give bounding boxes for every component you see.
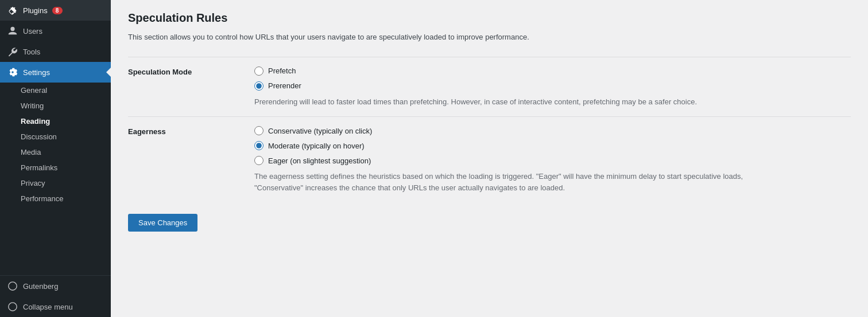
- sidebar-item-general[interactable]: General: [0, 83, 111, 98]
- sidebar-item-writing[interactable]: Writing: [0, 98, 111, 114]
- eagerness-label: Eagerness: [128, 126, 254, 193]
- speculation-mode-row: Speculation Mode Prefetch Prerender Prer…: [128, 57, 851, 117]
- main-content: Speculation Rules This section allows yo…: [111, 0, 868, 317]
- plugins-icon: [7, 5, 18, 16]
- svg-point-0: [9, 282, 17, 290]
- conservative-radio[interactable]: [254, 126, 264, 135]
- gutenberg-icon: [7, 280, 18, 292]
- collapse-icon: [7, 301, 18, 312]
- sidebar-bottom: Gutenberg Collapse menu: [0, 275, 111, 317]
- sidebar-item-privacy[interactable]: Privacy: [0, 175, 111, 191]
- eagerness-hint: The eagerness setting defines the heuris…: [254, 171, 771, 193]
- save-changes-button[interactable]: Save Changes: [128, 214, 197, 232]
- sidebar-item-settings[interactable]: Settings: [0, 62, 111, 83]
- sidebar-item-performance[interactable]: Performance: [0, 191, 111, 206]
- users-label: Users: [23, 27, 42, 36]
- sidebar-item-users[interactable]: Users: [0, 21, 111, 41]
- eager-label: Eager (on slightest suggestion): [268, 156, 371, 165]
- sidebar-item-media[interactable]: Media: [0, 144, 111, 160]
- conservative-option[interactable]: Conservative (typically on click): [254, 126, 851, 135]
- eager-radio[interactable]: [254, 156, 264, 165]
- sidebar-item-permalinks[interactable]: Permalinks: [0, 160, 111, 175]
- section-description: This section allows you to control how U…: [128, 32, 851, 43]
- sidebar-item-discussion[interactable]: Discussion: [0, 129, 111, 144]
- settings-submenu: General Writing Reading Discussion Media…: [0, 83, 111, 206]
- speculation-mode-label: Speculation Mode: [128, 66, 254, 108]
- settings-indicator: [106, 68, 111, 77]
- svg-point-1: [9, 303, 17, 311]
- eagerness-controls: Conservative (typically on click) Modera…: [254, 126, 851, 193]
- settings-icon: [7, 66, 18, 78]
- sidebar-item-reading[interactable]: Reading: [0, 114, 111, 129]
- plugins-label: Plugins: [23, 6, 48, 15]
- prerender-radio[interactable]: [254, 81, 264, 91]
- sidebar: Plugins 8 Users Tools Settings General W…: [0, 0, 111, 317]
- eager-option[interactable]: Eager (on slightest suggestion): [254, 156, 851, 165]
- sidebar-item-collapse[interactable]: Collapse menu: [0, 296, 111, 317]
- gutenberg-label: Gutenberg: [23, 282, 58, 291]
- sidebar-item-plugins[interactable]: Plugins 8: [0, 0, 111, 21]
- prerender-option[interactable]: Prerender: [254, 81, 851, 91]
- prefetch-label: Prefetch: [268, 66, 296, 75]
- moderate-option[interactable]: Moderate (typically on hover): [254, 141, 851, 150]
- tools-label: Tools: [23, 48, 40, 56]
- collapse-label: Collapse menu: [23, 303, 73, 311]
- settings-label: Settings: [23, 68, 50, 77]
- page-title: Speculation Rules: [128, 11, 851, 25]
- plugins-badge: 8: [52, 7, 63, 14]
- eagerness-row: Eagerness Conservative (typically on cli…: [128, 116, 851, 202]
- speculation-mode-controls: Prefetch Prerender Prerendering will lea…: [254, 66, 851, 108]
- prefetch-radio[interactable]: [254, 66, 264, 76]
- sidebar-item-gutenberg[interactable]: Gutenberg: [0, 276, 111, 296]
- moderate-radio[interactable]: [254, 141, 264, 150]
- moderate-label: Moderate (typically on hover): [268, 142, 365, 150]
- speculation-mode-hint: Prerendering will lead to faster load ti…: [254, 96, 771, 108]
- tools-icon: [7, 46, 18, 57]
- sidebar-item-tools[interactable]: Tools: [0, 41, 111, 62]
- prerender-label: Prerender: [268, 81, 301, 90]
- prefetch-option[interactable]: Prefetch: [254, 66, 851, 76]
- users-icon: [7, 25, 18, 37]
- conservative-label: Conservative (typically on click): [268, 127, 372, 135]
